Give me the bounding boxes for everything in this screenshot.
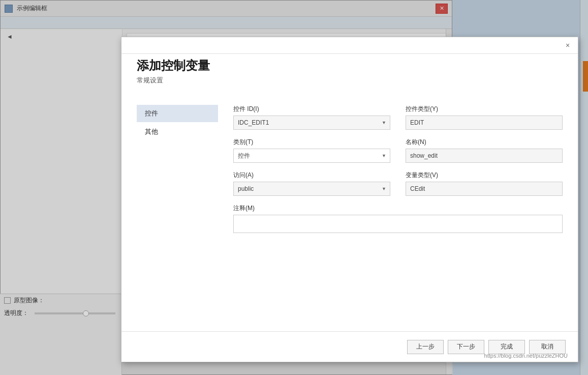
- next-button[interactable]: 下一步: [448, 340, 484, 354]
- category-group: 类别(T) 控件: [233, 138, 390, 163]
- access-group: 访问(A) public: [233, 171, 390, 196]
- control-id-label: 控件 ID(I): [233, 105, 390, 113]
- nav-item-other[interactable]: 其他: [137, 123, 218, 140]
- modal-subtitle: 常规设置: [137, 76, 210, 85]
- var-type-group: 变量类型(V): [406, 171, 563, 196]
- modal-form: 控件 ID(I) 控件类型(Y) 类别(T) 控件: [233, 105, 563, 318]
- comment-group: 注释(M): [233, 204, 563, 233]
- control-type-input: [406, 116, 563, 130]
- nav-item-controls[interactable]: 控件: [137, 105, 218, 122]
- control-id-wrapper: [233, 116, 390, 130]
- name-label: 名称(N): [406, 138, 563, 147]
- modal-header: ×: [121, 37, 578, 54]
- modal-dialog: × 添加控制变量 常规设置 控件 其他 控件 ID(I) 控件类型(Y): [121, 37, 578, 362]
- var-type-input: [406, 182, 563, 196]
- control-type-label: 控件类型(Y): [406, 105, 563, 113]
- access-wrapper: public: [233, 182, 390, 196]
- category-wrapper: 控件: [233, 149, 390, 163]
- category-label: 类别(T): [233, 138, 390, 147]
- comment-label: 注释(M): [233, 204, 563, 213]
- var-type-label: 变量类型(V): [406, 171, 563, 180]
- prev-button[interactable]: 上一步: [407, 340, 444, 354]
- modal-close-button[interactable]: ×: [563, 40, 573, 50]
- control-type-group: 控件类型(Y): [406, 105, 563, 130]
- category-select[interactable]: 控件: [233, 149, 390, 163]
- modal-title-section: 添加控制变量 常规设置: [137, 57, 210, 85]
- access-label: 访问(A): [233, 171, 390, 180]
- name-input[interactable]: [406, 149, 563, 163]
- modal-title: 添加控制变量: [137, 57, 210, 74]
- control-id-group: 控件 ID(I): [233, 105, 390, 130]
- control-id-input[interactable]: [233, 116, 390, 130]
- modal-body: 控件 其他 控件 ID(I) 控件类型(Y) 类别(T): [121, 54, 578, 328]
- footer-url: https://blog.csdn.net/puzzleZHOU: [484, 353, 568, 359]
- cancel-button[interactable]: 取消: [529, 340, 566, 354]
- access-select[interactable]: public: [233, 182, 390, 196]
- name-group: 名称(N): [406, 138, 563, 163]
- modal-nav: 控件 其他: [137, 105, 218, 318]
- comment-input[interactable]: [233, 215, 563, 233]
- finish-button[interactable]: 完成: [488, 340, 525, 354]
